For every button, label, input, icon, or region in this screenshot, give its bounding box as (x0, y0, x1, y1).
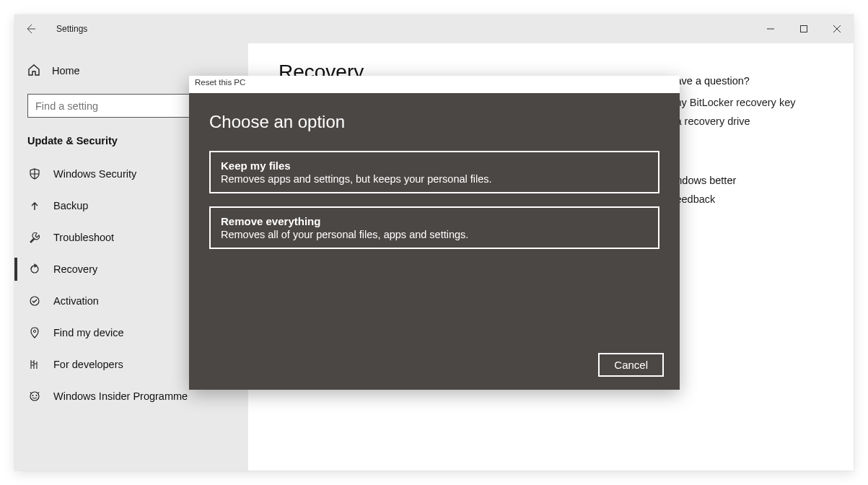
check-circle-icon (27, 295, 42, 307)
back-button[interactable] (14, 14, 46, 43)
wrench-icon (27, 232, 42, 243)
window-title: Settings (56, 24, 87, 34)
minimize-button[interactable] (754, 14, 787, 43)
maximize-button[interactable] (787, 14, 820, 43)
svg-point-3 (33, 330, 35, 332)
option-desc: Removes all of your personal files, apps… (221, 229, 648, 240)
sidebar-item-label: Recovery (53, 263, 97, 275)
location-icon (27, 327, 42, 338)
option-desc: Removes apps and settings, but keeps you… (221, 173, 648, 185)
sidebar-item-label: Windows Insider Programme (53, 390, 188, 402)
svg-point-5 (32, 395, 34, 396)
titlebar: Settings (14, 14, 854, 43)
sidebar-item-label: Backup (53, 200, 88, 211)
shield-icon (27, 168, 42, 180)
svg-rect-0 (801, 26, 807, 32)
svg-point-6 (36, 395, 38, 396)
cancel-button[interactable]: Cancel (598, 353, 664, 377)
recovery-icon (27, 263, 42, 275)
dialog-heading: Choose an option (209, 112, 659, 132)
sidebar-item-label: Windows Security (53, 168, 136, 180)
sidebar-item-label: For developers (53, 359, 123, 370)
sidebar-item-label: Activation (53, 295, 99, 307)
sidebar-item-label: Troubleshoot (53, 232, 114, 243)
developers-icon (27, 359, 42, 370)
backup-icon (27, 200, 42, 211)
option-title: Keep my files (221, 160, 648, 172)
close-button[interactable] (820, 14, 854, 43)
home-icon (27, 64, 40, 79)
svg-point-4 (30, 392, 39, 401)
dialog-titlebar: Reset this PC (189, 76, 680, 93)
option-title: Remove everything (221, 215, 648, 227)
sidebar-home-label: Home (52, 65, 80, 77)
sidebar-item-label: Find my device (53, 327, 124, 338)
option-remove-everything[interactable]: Remove everything Removes all of your pe… (209, 206, 659, 249)
svg-point-2 (30, 297, 39, 305)
insider-icon (27, 390, 42, 402)
option-keep-files[interactable]: Keep my files Removes apps and settings,… (209, 151, 659, 193)
dialog-body: Choose an option Keep my files Removes a… (189, 93, 680, 390)
reset-pc-dialog: Reset this PC Choose an option Keep my f… (189, 76, 680, 390)
